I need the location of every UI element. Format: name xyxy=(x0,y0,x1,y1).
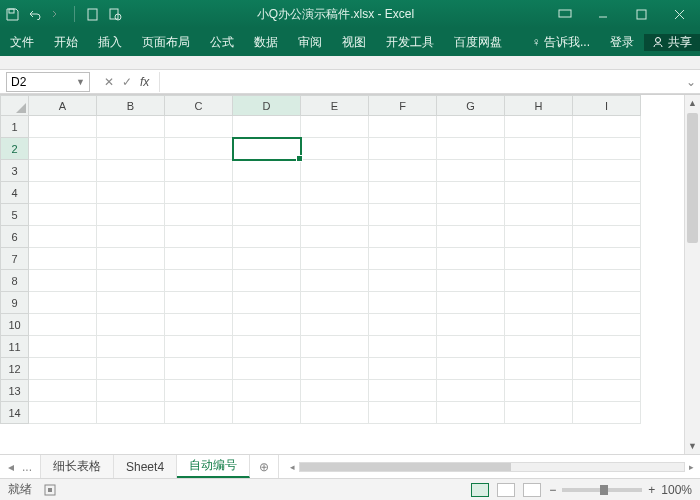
tab-developer[interactable]: 开发工具 xyxy=(376,28,444,56)
tab-review[interactable]: 审阅 xyxy=(288,28,332,56)
scroll-thumb[interactable] xyxy=(300,463,511,471)
tab-home[interactable]: 开始 xyxy=(44,28,88,56)
col-header[interactable]: A xyxy=(29,96,97,116)
view-page-break-icon[interactable] xyxy=(523,483,541,497)
scroll-thumb[interactable] xyxy=(687,113,698,243)
svg-rect-8 xyxy=(48,488,52,492)
row-header[interactable]: 3 xyxy=(1,160,29,182)
new-icon[interactable] xyxy=(85,6,101,22)
row-header[interactable]: 4 xyxy=(1,182,29,204)
svg-point-6 xyxy=(656,38,661,43)
view-page-layout-icon[interactable] xyxy=(497,483,515,497)
chevron-down-icon[interactable]: ▼ xyxy=(76,77,85,87)
tab-baidu[interactable]: 百度网盘 xyxy=(444,28,512,56)
tab-file[interactable]: 文件 xyxy=(0,28,44,56)
zoom-level[interactable]: 100% xyxy=(661,483,692,497)
minimize-icon[interactable] xyxy=(586,4,620,24)
enter-icon[interactable]: ✓ xyxy=(122,75,132,89)
vertical-scrollbar[interactable]: ▲ ▼ xyxy=(684,95,700,454)
tab-view[interactable]: 视图 xyxy=(332,28,376,56)
ribbon-options-icon[interactable] xyxy=(548,4,582,24)
select-all-corner[interactable] xyxy=(1,96,29,116)
row-header[interactable]: 10 xyxy=(1,314,29,336)
sheet-tab[interactable]: Sheet4 xyxy=(114,455,177,478)
svg-rect-0 xyxy=(9,9,14,13)
view-normal-icon[interactable] xyxy=(471,483,489,497)
save-icon[interactable] xyxy=(4,6,20,22)
close-icon[interactable] xyxy=(662,4,696,24)
zoom-out-icon[interactable]: − xyxy=(549,483,556,497)
row-header[interactable]: 5 xyxy=(1,204,29,226)
ribbon-collapsed-area xyxy=(0,56,700,70)
row-header[interactable]: 1 xyxy=(1,116,29,138)
col-header[interactable]: H xyxy=(505,96,573,116)
tab-data[interactable]: 数据 xyxy=(244,28,288,56)
row-header[interactable]: 11 xyxy=(1,336,29,358)
tell-me[interactable]: ♀ 告诉我... xyxy=(522,34,600,51)
sheet-tab-active[interactable]: 自动编号 xyxy=(177,455,250,478)
sheet-tab-bar: ◂ ... 细长表格 Sheet4 自动编号 ⊕ ◂ ▸ xyxy=(0,454,700,478)
active-cell[interactable] xyxy=(233,138,301,160)
sheet-nav-more[interactable]: ... xyxy=(22,460,32,474)
expand-formula-icon[interactable]: ⌄ xyxy=(682,75,700,89)
formula-bar: D2▼ ✕ ✓ fx ⌄ xyxy=(0,70,700,94)
cell[interactable]: 业绩 xyxy=(369,116,437,138)
status-ready: 就绪 xyxy=(8,481,32,498)
svg-rect-4 xyxy=(559,10,571,17)
sheet-tab[interactable]: 细长表格 xyxy=(41,455,114,478)
row-header[interactable]: 2 xyxy=(1,138,29,160)
cancel-icon[interactable]: ✕ xyxy=(104,75,114,89)
name-box[interactable]: D2▼ xyxy=(6,72,90,92)
print-preview-icon[interactable] xyxy=(107,6,123,22)
zoom-control[interactable]: − + 100% xyxy=(549,483,692,497)
status-bar: 就绪 − + 100% xyxy=(0,478,700,500)
row-header[interactable]: 12 xyxy=(1,358,29,380)
scroll-up-icon[interactable]: ▲ xyxy=(685,95,700,111)
bulb-icon: ♀ xyxy=(532,35,541,49)
macro-record-icon[interactable] xyxy=(44,484,56,496)
tab-formulas[interactable]: 公式 xyxy=(200,28,244,56)
quick-access-toolbar xyxy=(4,6,123,22)
row-header[interactable]: 8 xyxy=(1,270,29,292)
row-header[interactable]: 7 xyxy=(1,248,29,270)
scroll-down-icon[interactable]: ▼ xyxy=(685,438,700,454)
horizontal-scrollbar[interactable]: ◂ ▸ xyxy=(284,455,700,478)
row-header[interactable]: 9 xyxy=(1,292,29,314)
ribbon-tabs: 文件 开始 插入 页面布局 公式 数据 审阅 视图 开发工具 百度网盘 ♀ 告诉… xyxy=(0,28,700,56)
tab-layout[interactable]: 页面布局 xyxy=(132,28,200,56)
fx-icon[interactable]: fx xyxy=(140,75,149,89)
svg-rect-1 xyxy=(88,9,97,20)
undo-icon[interactable] xyxy=(26,6,42,22)
tab-insert[interactable]: 插入 xyxy=(88,28,132,56)
svg-rect-5 xyxy=(637,10,646,19)
spreadsheet-grid[interactable]: A B C D E F G H I 1序号姓名部门业绩 2 3 4 5 6 7 … xyxy=(0,94,700,454)
cell[interactable]: 序号 xyxy=(165,116,233,138)
col-header[interactable]: C xyxy=(165,96,233,116)
col-header[interactable]: I xyxy=(573,96,641,116)
row-header[interactable]: 6 xyxy=(1,226,29,248)
row-header[interactable]: 13 xyxy=(1,380,29,402)
window-controls xyxy=(548,4,696,24)
redo-icon[interactable] xyxy=(48,6,64,22)
zoom-in-icon[interactable]: + xyxy=(648,483,655,497)
login-button[interactable]: 登录 xyxy=(600,34,644,51)
zoom-knob[interactable] xyxy=(600,485,608,495)
row-header[interactable]: 14 xyxy=(1,402,29,424)
cell[interactable]: 部门 xyxy=(301,116,369,138)
title-bar: 小Q办公演示稿件.xlsx - Excel xyxy=(0,0,700,28)
cell[interactable]: 姓名 xyxy=(233,116,301,138)
col-header[interactable]: G xyxy=(437,96,505,116)
col-header[interactable]: B xyxy=(97,96,165,116)
maximize-icon[interactable] xyxy=(624,4,658,24)
col-header[interactable]: D xyxy=(233,96,301,116)
scroll-right-icon[interactable]: ▸ xyxy=(689,462,694,472)
share-icon xyxy=(652,36,664,48)
col-header[interactable]: E xyxy=(301,96,369,116)
formula-input[interactable] xyxy=(159,72,682,92)
col-header[interactable]: F xyxy=(369,96,437,116)
add-sheet-icon[interactable]: ⊕ xyxy=(250,455,278,478)
window-title: 小Q办公演示稿件.xlsx - Excel xyxy=(123,6,548,23)
sheet-nav-prev-icon[interactable]: ◂ xyxy=(8,460,14,474)
share-button[interactable]: 共享 xyxy=(644,34,700,51)
scroll-left-icon[interactable]: ◂ xyxy=(290,462,295,472)
